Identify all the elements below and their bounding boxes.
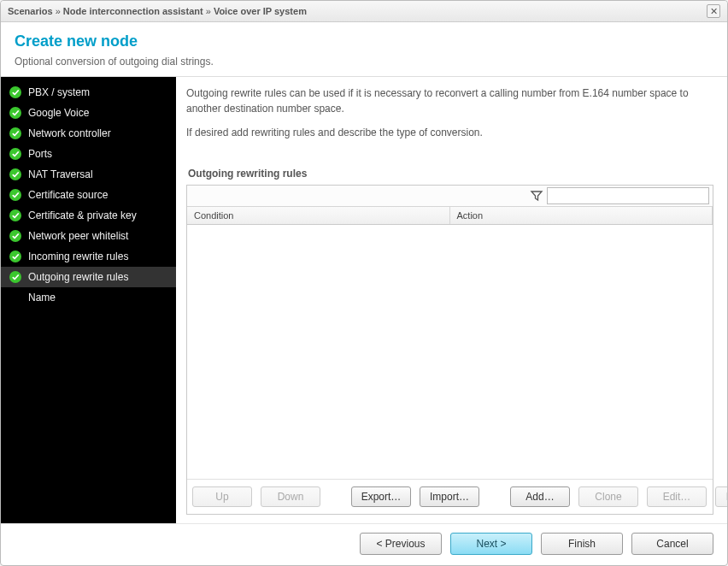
check-icon <box>9 168 21 180</box>
close-icon: ✕ <box>710 6 718 17</box>
next-button[interactable]: Next > <box>450 533 532 555</box>
previous-button[interactable]: < Previous <box>360 533 442 555</box>
rules-table: Condition Action Up Down Export… Import…… <box>186 185 713 515</box>
wizard-step-label: Network controller <box>28 127 111 139</box>
wizard-step[interactable]: Incoming rewrite rules <box>1 246 176 267</box>
wizard-steps-sidebar: PBX / systemGoogle VoiceNetwork controll… <box>1 77 176 523</box>
header: Create new node Optional conversion of o… <box>1 22 727 77</box>
check-icon <box>9 86 21 98</box>
page-subtitle: Optional conversion of outgoing dial str… <box>15 56 713 68</box>
table-filter-row <box>187 186 713 207</box>
wizard-step[interactable]: NAT Traversal <box>1 164 176 185</box>
wizard-step-label: Outgoing rewrite rules <box>28 271 128 283</box>
wizard-step[interactable]: Certificate & private key <box>1 205 176 226</box>
filter-input[interactable] <box>547 187 709 204</box>
wizard-step[interactable]: Name <box>1 287 176 308</box>
wizard-step-label: Certificate & private key <box>28 209 137 221</box>
wizard-step-label: Google Voice <box>28 107 89 119</box>
finish-button[interactable]: Finish <box>541 533 623 555</box>
import-button[interactable]: Import… <box>420 486 479 507</box>
section-label: Outgoing rewriting rules <box>188 168 713 180</box>
column-action[interactable]: Action <box>450 207 713 224</box>
wizard-step[interactable]: Ports <box>1 144 176 164</box>
clone-button[interactable]: Clone <box>578 486 638 507</box>
wizard-step-label: Ports <box>28 148 52 160</box>
body: PBX / systemGoogle VoiceNetwork controll… <box>1 77 727 523</box>
intro-line-2: If desired add rewriting rules and descr… <box>186 125 713 140</box>
add-button[interactable]: Add… <box>510 486 570 507</box>
wizard-step-label: Name <box>28 292 56 304</box>
table-body <box>187 225 713 479</box>
wizard-step-label: Network peer whitelist <box>28 230 128 242</box>
column-condition[interactable]: Condition <box>187 207 450 224</box>
wizard-step-label: NAT Traversal <box>28 168 93 180</box>
table-header: Condition Action <box>187 207 713 225</box>
wizard-step[interactable]: PBX / system <box>1 82 176 103</box>
up-button[interactable]: Up <box>192 486 252 507</box>
wizard-step-label: Incoming rewrite rules <box>28 251 128 262</box>
table-toolbar: Up Down Export… Import… Add… Clone Edit…… <box>187 479 713 514</box>
close-button[interactable]: ✕ <box>707 4 720 18</box>
wizard-step[interactable]: Outgoing rewrite rules <box>1 267 176 287</box>
check-icon <box>9 251 21 262</box>
cancel-button[interactable]: Cancel <box>631 533 713 555</box>
check-icon <box>9 148 21 160</box>
edit-button[interactable]: Edit… <box>647 486 707 507</box>
check-icon <box>9 209 21 221</box>
wizard-step-label: Certificate source <box>28 189 108 201</box>
check-icon <box>9 107 21 119</box>
wizard-dialog: Scenarios » Node interconnection assista… <box>0 0 728 566</box>
wizard-step[interactable]: Google Voice <box>1 103 176 123</box>
main-panel: Outgoing rewrite rules can be used if it… <box>176 77 727 523</box>
breadcrumb: Scenarios » Node interconnection assista… <box>8 6 307 16</box>
wizard-step[interactable]: Certificate source <box>1 185 176 205</box>
wizard-step[interactable]: Network controller <box>1 123 176 144</box>
intro-line-1: Outgoing rewrite rules can be used if it… <box>186 85 713 116</box>
check-icon <box>9 230 21 242</box>
titlebar: Scenarios » Node interconnection assista… <box>1 1 727 22</box>
intro-text: Outgoing rewrite rules can be used if it… <box>186 85 713 149</box>
filter-icon[interactable] <box>530 189 543 203</box>
check-icon <box>9 189 21 201</box>
down-button[interactable]: Down <box>261 486 320 507</box>
check-icon <box>9 127 21 139</box>
page-title: Create new node <box>15 32 713 50</box>
wizard-footer: < Previous Next > Finish Cancel <box>1 523 727 565</box>
wizard-step[interactable]: Network peer whitelist <box>1 226 176 246</box>
check-icon <box>9 271 21 283</box>
wizard-step-label: PBX / system <box>28 86 90 98</box>
export-button[interactable]: Export… <box>351 486 411 507</box>
remove-button[interactable]: Remove <box>715 486 727 507</box>
